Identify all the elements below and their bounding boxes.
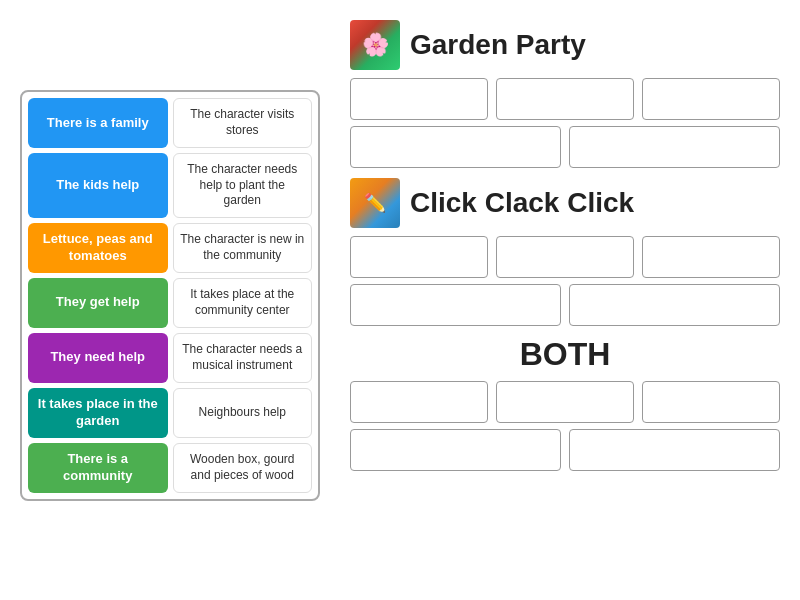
card-character-visits-stores[interactable]: The character visits stores xyxy=(173,98,313,148)
click-clack-zone-5[interactable] xyxy=(569,284,780,326)
garden-party-zone-2[interactable] xyxy=(496,78,634,120)
right-panel: 🌸 Garden Party ✏️ Click Clack Click xyxy=(350,20,780,481)
garden-party-title: Garden Party xyxy=(410,29,586,61)
garden-party-section: 🌸 Garden Party xyxy=(350,20,780,168)
card-they-need-help[interactable]: They need help xyxy=(28,333,168,383)
garden-party-dropzones xyxy=(350,78,780,168)
garden-party-zone-1[interactable] xyxy=(350,78,488,120)
left-panel: There is a family The character visits s… xyxy=(20,90,320,501)
garden-party-zone-5[interactable] xyxy=(569,126,780,168)
click-clack-zone-1[interactable] xyxy=(350,236,488,278)
both-zone-3[interactable] xyxy=(642,381,780,423)
both-row-1 xyxy=(350,381,780,423)
card-lettuce-peas[interactable]: Lettuce, peas and tomatoes xyxy=(28,223,168,273)
both-row-2 xyxy=(350,429,780,471)
garden-party-zone-4[interactable] xyxy=(350,126,561,168)
click-clack-image: ✏️ xyxy=(350,178,400,228)
card-there-is-family[interactable]: There is a family xyxy=(28,98,168,148)
card-character-needs-instrument[interactable]: The character needs a musical instrument xyxy=(173,333,313,383)
click-clack-zone-3[interactable] xyxy=(642,236,780,278)
both-zone-2[interactable] xyxy=(496,381,634,423)
click-clack-header: ✏️ Click Clack Click xyxy=(350,178,780,228)
click-clack-section: ✏️ Click Clack Click xyxy=(350,178,780,326)
click-clack-row-2 xyxy=(350,284,780,326)
garden-party-row-2 xyxy=(350,126,780,168)
garden-party-image: 🌸 xyxy=(350,20,400,70)
click-clack-zone-2[interactable] xyxy=(496,236,634,278)
card-they-get-help[interactable]: They get help xyxy=(28,278,168,328)
click-clack-dropzones xyxy=(350,236,780,326)
both-section: BOTH xyxy=(350,336,780,471)
click-clack-row-1 xyxy=(350,236,780,278)
card-character-needs-help-plant[interactable]: The character needs help to plant the ga… xyxy=(173,153,313,218)
card-neighbours-help[interactable]: Neighbours help xyxy=(173,388,313,438)
click-clack-zone-4[interactable] xyxy=(350,284,561,326)
both-title: BOTH xyxy=(520,336,611,372)
card-character-new-community[interactable]: The character is new in the community xyxy=(173,223,313,273)
card-community-center[interactable]: It takes place at the community center xyxy=(173,278,313,328)
both-zone-4[interactable] xyxy=(350,429,561,471)
both-dropzones xyxy=(350,381,780,471)
card-wooden-box[interactable]: Wooden box, gourd and pieces of wood xyxy=(173,443,313,493)
card-kids-help[interactable]: The kids help xyxy=(28,153,168,218)
both-zone-1[interactable] xyxy=(350,381,488,423)
click-clack-title: Click Clack Click xyxy=(410,187,634,219)
garden-party-header: 🌸 Garden Party xyxy=(350,20,780,70)
both-zone-5[interactable] xyxy=(569,429,780,471)
garden-party-zone-3[interactable] xyxy=(642,78,780,120)
garden-party-row-1 xyxy=(350,78,780,120)
card-takes-place-garden[interactable]: It takes place in the garden xyxy=(28,388,168,438)
both-header: BOTH xyxy=(350,336,780,373)
card-there-is-community[interactable]: There is a community xyxy=(28,443,168,493)
